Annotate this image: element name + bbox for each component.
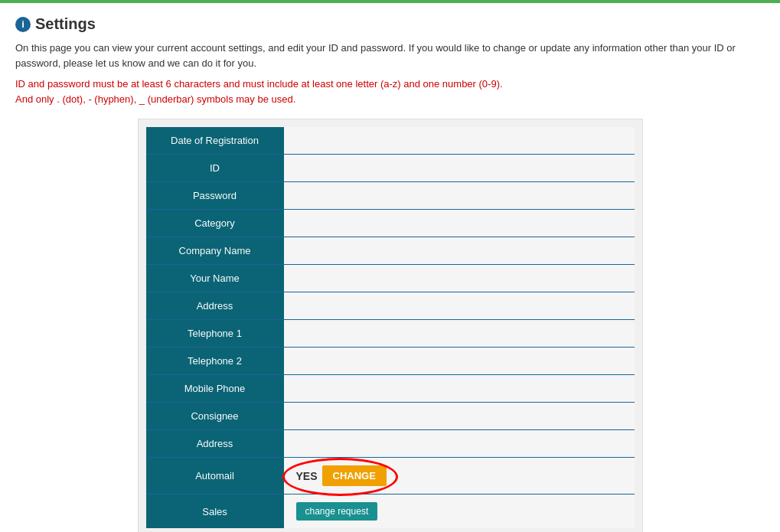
settings-container: Date of Registration ID Password Categor… [138,119,643,532]
label-your-name: Your Name [146,265,284,292]
row-category: Category [146,210,635,237]
value-consignee-address [284,430,635,458]
label-automail: Automail [146,458,284,494]
label-consignee: Consignee [146,403,284,430]
value-your-name [284,265,635,292]
password-rule-1: ID and password must be at least 6 chara… [15,77,765,92]
row-consignee-address: Address [146,430,635,458]
row-id: ID [146,155,635,182]
label-consignee-address: Address [146,430,284,458]
label-sales: Sales [146,494,284,529]
label-mobile-phone: Mobile Phone [146,375,284,403]
label-password: Password [146,182,284,210]
page-wrapper: i Settings On this page you can view you… [0,3,780,532]
value-telephone-2 [284,348,635,375]
label-id: ID [146,155,284,182]
value-address [284,292,635,320]
info-icon: i [15,17,31,32]
row-sales: Sales change request [146,494,635,529]
description-text: On this page you can view your current a… [15,41,765,70]
label-address: Address [146,292,284,320]
yes-label: YES [296,470,318,482]
row-password: Password [146,182,635,210]
change-request-button[interactable]: change request [296,502,378,521]
row-automail: Automail YES CHANGE [146,458,635,494]
value-telephone-1 [284,320,635,348]
row-telephone-1: Telephone 1 [146,320,635,348]
value-mobile-phone [284,375,635,403]
value-consignee [284,403,635,430]
label-category: Category [146,210,284,237]
page-title: i Settings [15,15,765,33]
row-address: Address [146,292,635,320]
password-rule-2: And only . (dot), - (hyphen), _ (underba… [15,92,765,107]
value-category [284,210,635,237]
row-mobile-phone: Mobile Phone [146,375,635,403]
label-telephone-1: Telephone 1 [146,320,284,348]
settings-heading: Settings [35,15,96,33]
value-date-of-registration [284,127,635,155]
value-id [284,155,635,182]
row-your-name: Your Name [146,265,635,292]
value-automail: YES CHANGE [284,458,635,494]
row-date-of-registration: Date of Registration [146,127,635,155]
settings-table: Date of Registration ID Password Categor… [146,127,635,528]
value-sales: change request [284,494,635,529]
value-password [284,182,635,210]
password-rules: ID and password must be at least 6 chara… [15,77,765,106]
row-company-name: Company Name [146,237,635,265]
label-date-of-registration: Date of Registration [146,127,284,155]
change-button[interactable]: CHANGE [322,465,387,486]
label-telephone-2: Telephone 2 [146,348,284,375]
automail-highlight: YES CHANGE [296,465,387,486]
label-company-name: Company Name [146,237,284,265]
value-company-name [284,237,635,265]
row-telephone-2: Telephone 2 [146,348,635,375]
row-consignee: Consignee [146,403,635,430]
